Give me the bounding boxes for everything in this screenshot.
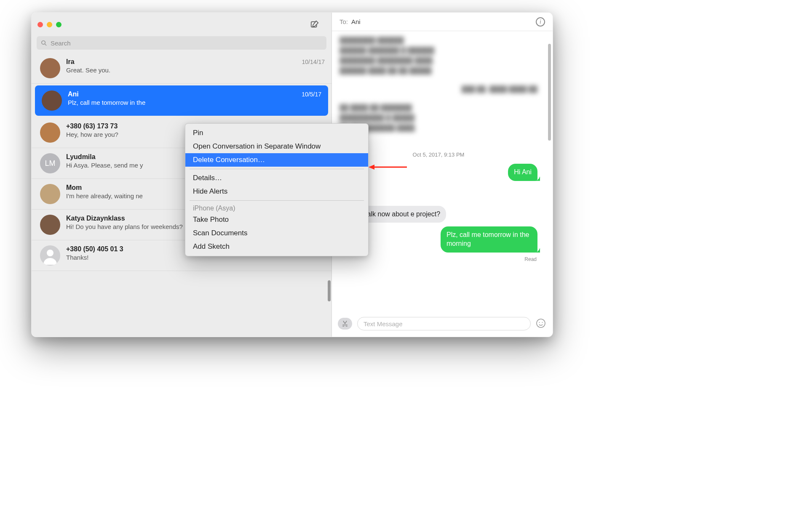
ctx-hide-alerts[interactable]: Hide Alerts [185,185,368,198]
svg-point-5 [539,322,540,323]
appstore-icon [341,320,349,327]
message-row: an we talk now about e project? [340,206,537,224]
conversation-name: +380 (50) 405 01 3 [66,245,123,253]
conversation-row[interactable]: Ira 10/14/17 Great. See you. [32,53,331,84]
maximize-button[interactable] [56,22,61,27]
avatar [40,215,60,235]
to-header: To: Ani i [332,13,553,31]
conversation-name: Mom [66,184,82,192]
traffic-lights [37,22,61,27]
emoji-button[interactable] [536,318,547,329]
outgoing-bubble[interactable]: Plz, call me tomorrow in the morning [441,226,537,253]
ctx-scan-documents[interactable]: Scan Documents [185,226,368,240]
conversation-name: +380 (63) 173 73 [66,122,118,130]
ctx-open-separate[interactable]: Open Conversation in Separate Window [185,140,368,153]
conversation-row-selected[interactable]: Ani 10/5/17 Plz, call me tomorrow in the [35,85,328,116]
messages-window: Ira 10/14/17 Great. See you. Ani 10/5/17… [31,12,553,337]
ctx-section-header: iPhone (Asya) [185,203,368,213]
avatar [42,90,62,111]
ctx-separator [190,200,364,201]
conversation-name: Ani [68,90,79,98]
svg-point-1 [42,40,45,44]
conversation-name: Lyudmila [66,153,96,161]
conversation-name: Ira [66,58,75,66]
avatar [40,122,60,143]
svg-point-6 [542,322,543,323]
details-button[interactable]: i [536,17,545,27]
outgoing-bubble[interactable]: Hi Ani [508,164,537,181]
read-receipt: Read [340,256,537,262]
context-menu: Pin Open Conversation in Separate Window… [185,123,369,256]
ctx-take-photo[interactable]: Take Photo [185,213,368,226]
avatar [40,184,60,204]
apps-button[interactable] [338,318,352,330]
ctx-pin[interactable]: Pin [185,126,368,140]
svg-point-4 [537,319,545,327]
emoji-icon [536,318,546,328]
message-row: Plz, call me tomorrow in the morning [340,226,537,254]
info-icon: i [540,19,541,25]
svg-marker-8 [369,165,374,170]
ctx-details[interactable]: Details… [185,171,368,185]
search-input[interactable] [51,40,322,47]
ctx-separator [190,169,364,169]
blurred-earlier-content: ███ ██, ████ ████ ██ [340,84,537,94]
search-field[interactable] [37,36,326,50]
person-icon [40,245,60,266]
annotation-arrow [367,161,409,173]
compose-bar [332,315,553,337]
search-icon [41,40,47,46]
avatar-initials: LM [45,159,55,168]
compose-icon [310,20,319,29]
ctx-add-sketch[interactable]: Add Sketch [185,240,368,253]
conversation-date: 10/14/17 [302,59,325,65]
titlebar [32,13,331,36]
conversation-preview: Plz, call me tomorrow in the [68,99,321,106]
ctx-delete-conversation[interactable]: Delete Conversation… [185,153,368,167]
sidebar-scrollbar[interactable] [328,280,331,301]
to-label: To: [340,18,348,25]
svg-point-3 [47,250,53,256]
avatar: LM [40,153,60,173]
compose-button[interactable] [308,18,321,31]
close-button[interactable] [37,22,43,27]
to-recipient[interactable]: Ani [351,18,361,25]
blurred-earlier-content: ████████ ██████ ██████ ███████ █ ██████ … [340,35,537,76]
conversation-date: 10/5/17 [302,91,321,98]
message-input-wrapper[interactable] [357,317,531,330]
conversation-preview: Great. See you. [66,66,325,74]
svg-line-2 [45,44,46,45]
messages-scrollbar[interactable] [548,44,551,141]
minimize-button[interactable] [47,22,52,27]
message-input[interactable] [364,320,524,327]
timestamp-label: Oct 5, 2017, 9:13 PM [340,152,537,158]
avatar [40,58,60,78]
avatar [40,245,60,266]
conversation-name: Katya Dizaynklass [66,215,125,222]
blurred-earlier-content: ██ ████ ██ ███████ ██████████ █ █████ ██… [340,103,537,143]
message-row: ey! [340,185,537,203]
